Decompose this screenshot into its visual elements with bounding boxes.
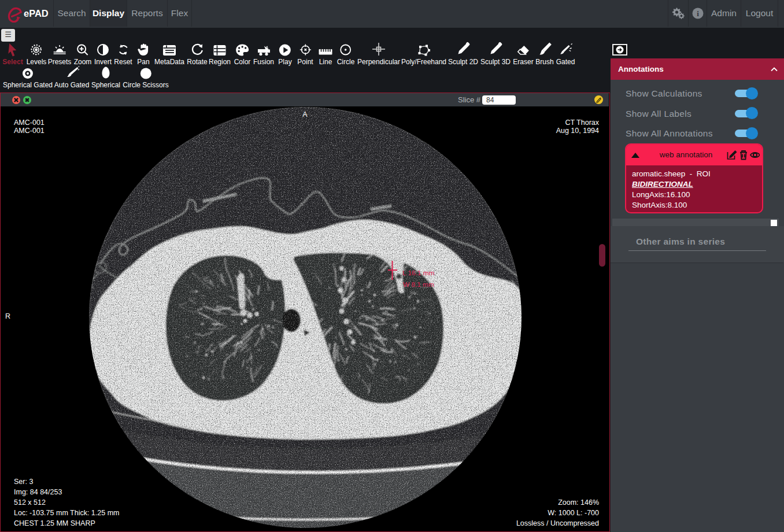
svg-text:L 16.1 mm: L 16.1 mm xyxy=(402,269,434,277)
svg-text:i: i xyxy=(697,9,699,18)
svg-text:W 8.1 mm: W 8.1 mm xyxy=(403,280,434,288)
